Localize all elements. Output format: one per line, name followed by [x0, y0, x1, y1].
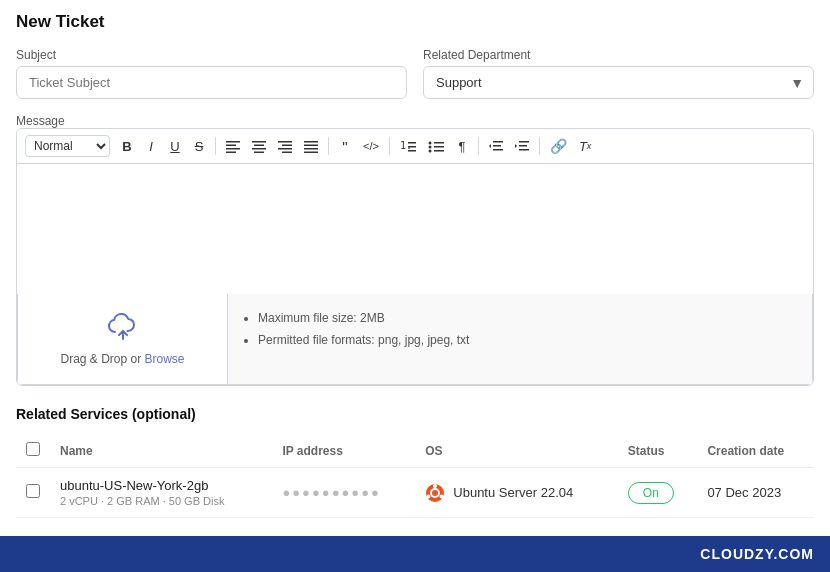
- table-row: ubuntu-US-New-York-2gb 2 vCPU · 2 GB RAM…: [16, 468, 814, 518]
- svg-rect-28: [493, 149, 503, 151]
- row-ip-cell: ●●●●●●●●●●: [272, 468, 415, 518]
- status-badge: On: [628, 482, 674, 504]
- svg-rect-25: [434, 150, 444, 152]
- svg-rect-2: [226, 148, 240, 150]
- svg-rect-31: [519, 145, 527, 147]
- server-name: ubuntu-US-New-York-2gb: [60, 478, 262, 493]
- svg-rect-10: [278, 148, 292, 150]
- svg-rect-7: [254, 152, 264, 154]
- unordered-list-button[interactable]: [423, 135, 449, 157]
- underline-button[interactable]: U: [164, 135, 186, 157]
- footer-bar: CLOUDZY.COM: [0, 536, 830, 572]
- header-os: OS: [415, 434, 618, 468]
- ip-address: ●●●●●●●●●●: [282, 485, 381, 500]
- svg-text:1.: 1.: [400, 140, 412, 151]
- max-size-info: Maximum file size: 2MB: [258, 308, 796, 330]
- svg-rect-3: [226, 152, 236, 154]
- department-select-wrapper: Support Billing Technical Sales ▼: [423, 66, 814, 99]
- list-style-button[interactable]: ¶: [451, 135, 473, 157]
- message-section: Message Normal Heading 1 Heading 2 Headi…: [16, 113, 814, 386]
- upload-drop-zone[interactable]: Drag & Drop or Browse: [18, 294, 228, 384]
- header-name: Name: [50, 434, 272, 468]
- svg-rect-26: [493, 141, 503, 143]
- indent-decrease-button[interactable]: [484, 135, 508, 157]
- message-editor[interactable]: [17, 164, 813, 294]
- row-checkbox-cell: [16, 468, 50, 518]
- cloud-upload-icon: [107, 312, 139, 346]
- blockquote-button[interactable]: ": [334, 135, 356, 157]
- related-services-section: Related Services (optional) Name IP addr…: [16, 406, 814, 518]
- related-services-title: Related Services (optional): [16, 406, 814, 422]
- svg-marker-33: [515, 144, 517, 148]
- browse-link[interactable]: Browse: [145, 352, 185, 366]
- subject-label: Subject: [16, 48, 407, 62]
- svg-point-20: [428, 142, 431, 145]
- italic-button[interactable]: I: [140, 135, 162, 157]
- upload-text: Drag & Drop or Browse: [60, 352, 184, 366]
- align-center-button[interactable]: [247, 135, 271, 157]
- subject-department-row: Subject Related Department Support Billi…: [16, 48, 814, 99]
- brand-label: CLOUDZY.COM: [700, 546, 814, 562]
- svg-rect-6: [252, 148, 266, 150]
- row-os-cell: Ubuntu Server 22.04: [415, 468, 618, 518]
- os-name: Ubuntu Server 22.04: [453, 485, 573, 500]
- editor-toolbar: Normal Heading 1 Heading 2 Heading 3 B I…: [17, 129, 813, 164]
- align-right-button[interactable]: [273, 135, 297, 157]
- svg-rect-13: [304, 145, 318, 147]
- toolbar-divider-4: [478, 137, 479, 155]
- svg-rect-23: [434, 142, 444, 144]
- row-checkbox[interactable]: [26, 484, 40, 498]
- toolbar-divider-3: [389, 137, 390, 155]
- department-label: Related Department: [423, 48, 814, 62]
- svg-rect-11: [282, 152, 292, 154]
- message-label: Message: [16, 114, 65, 128]
- os-info: Ubuntu Server 22.04: [425, 483, 608, 503]
- strikethrough-button[interactable]: S: [188, 135, 210, 157]
- format-select[interactable]: Normal Heading 1 Heading 2 Heading 3: [25, 135, 110, 157]
- ubuntu-icon: [425, 483, 445, 503]
- header-ip: IP address: [272, 434, 415, 468]
- toolbar-divider-5: [539, 137, 540, 155]
- select-all-checkbox[interactable]: [26, 442, 40, 456]
- table-header-row: Name IP address OS Status Creation date: [16, 434, 814, 468]
- link-button[interactable]: 🔗: [545, 135, 572, 157]
- justify-button[interactable]: [299, 135, 323, 157]
- header-creation-date: Creation date: [697, 434, 814, 468]
- ordered-list-button[interactable]: 1.: [395, 135, 421, 157]
- department-select[interactable]: Support Billing Technical Sales: [423, 66, 814, 99]
- svg-rect-19: [408, 150, 416, 152]
- toolbar-divider-2: [328, 137, 329, 155]
- upload-info: Maximum file size: 2MB Permitted file fo…: [228, 294, 812, 384]
- services-table: Name IP address OS Status Creation date …: [16, 434, 814, 518]
- svg-rect-12: [304, 141, 318, 143]
- svg-rect-5: [254, 145, 264, 147]
- bold-button[interactable]: B: [116, 135, 138, 157]
- row-name-cell: ubuntu-US-New-York-2gb 2 vCPU · 2 GB RAM…: [50, 468, 272, 518]
- svg-point-38: [440, 494, 444, 498]
- clear-format-button[interactable]: Tx: [574, 135, 596, 157]
- indent-increase-button[interactable]: [510, 135, 534, 157]
- svg-rect-32: [519, 149, 529, 151]
- svg-rect-30: [519, 141, 529, 143]
- svg-rect-9: [282, 145, 292, 147]
- code-button[interactable]: </>: [358, 135, 384, 157]
- svg-point-22: [428, 150, 431, 153]
- svg-rect-15: [304, 152, 318, 154]
- server-spec: 2 vCPU · 2 GB RAM · 50 GB Disk: [60, 495, 262, 507]
- toolbar-divider-1: [215, 137, 216, 155]
- svg-rect-8: [278, 141, 292, 143]
- align-left-button[interactable]: [221, 135, 245, 157]
- row-status-cell: On: [618, 468, 698, 518]
- subject-group: Subject: [16, 48, 407, 99]
- svg-rect-18: [408, 146, 416, 148]
- svg-rect-1: [226, 145, 236, 147]
- header-checkbox-col: [16, 434, 50, 468]
- svg-point-37: [433, 484, 437, 488]
- svg-rect-0: [226, 141, 240, 143]
- svg-rect-27: [493, 145, 501, 147]
- header-status: Status: [618, 434, 698, 468]
- row-creation-date-cell: 07 Dec 2023: [697, 468, 814, 518]
- subject-input[interactable]: [16, 66, 407, 99]
- svg-marker-29: [489, 144, 491, 148]
- svg-rect-17: [408, 142, 416, 144]
